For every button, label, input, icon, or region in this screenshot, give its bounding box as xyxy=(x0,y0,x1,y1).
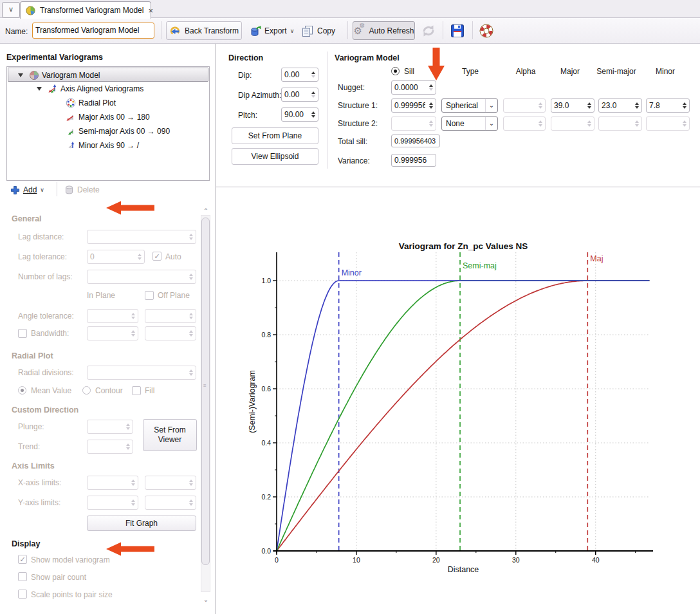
experimental-variograms-header: Experimental Variograms xyxy=(6,53,103,62)
structure2-major-input[interactable] xyxy=(551,116,594,131)
dip-azimuth-input[interactable] xyxy=(281,88,318,102)
structure1-type-value: Spherical xyxy=(446,101,478,110)
structure1-sill-input[interactable] xyxy=(391,98,436,113)
tree-item-major-axis[interactable]: Major Axis 00 → 180 xyxy=(8,110,208,124)
contour-radio[interactable] xyxy=(82,386,91,395)
radial-divisions-input[interactable] xyxy=(87,366,196,380)
plunge-input[interactable] xyxy=(87,420,133,434)
structure1-major-value[interactable] xyxy=(554,100,584,111)
plunge-label: Plunge: xyxy=(18,422,44,431)
svg-text:0: 0 xyxy=(275,556,279,564)
add-button[interactable]: Add ∨ xyxy=(10,183,44,196)
sill-radio[interactable] xyxy=(391,67,400,75)
bandwidth-off-plane-input[interactable] xyxy=(145,326,196,340)
variogram-tab-icon xyxy=(26,6,35,15)
view-ellipsoid-button[interactable]: View Ellipsoid xyxy=(232,148,318,165)
nugget-input[interactable] xyxy=(391,80,436,95)
tree-item-semi-major-axis[interactable]: Semi-major Axis 00 → 090 xyxy=(8,124,208,138)
refresh-icon[interactable] xyxy=(421,23,436,39)
structure2-minor-input[interactable] xyxy=(646,116,690,131)
x-axis-min-input[interactable] xyxy=(87,476,138,490)
variogram-model-icon xyxy=(29,70,39,80)
tree-item-radial-plot[interactable]: Radial Plot xyxy=(8,96,208,110)
structure1-semi-major-value[interactable] xyxy=(602,100,631,111)
set-from-viewer-button[interactable]: Set From Viewer xyxy=(143,419,197,451)
structure2-type-value: None xyxy=(446,119,465,128)
scrollbar-up-icon[interactable]: ⌃ xyxy=(201,207,210,214)
nugget-value[interactable] xyxy=(394,82,425,93)
fit-graph-button[interactable]: Fit Graph xyxy=(87,516,196,531)
structure2-type-dropdown[interactable]: None⌄ xyxy=(441,116,498,131)
show-pair-count-checkbox[interactable] xyxy=(18,572,27,581)
expander-icon[interactable] xyxy=(18,73,23,77)
structure1-semi-major-input[interactable] xyxy=(598,98,642,113)
structure1-alpha-input[interactable] xyxy=(503,98,546,113)
y-axis-max-input[interactable] xyxy=(145,496,196,510)
structure1-label: Structure 1: xyxy=(338,101,378,110)
tab-transformed-variogram-model[interactable]: Transformed Variogram Model × xyxy=(20,1,151,19)
bandwidth-in-plane-input[interactable] xyxy=(87,326,138,340)
fill-label: Fill xyxy=(145,386,154,395)
export-button[interactable]: Export ∨ xyxy=(250,23,294,39)
direction-section-divider xyxy=(327,51,327,169)
off-plane-checkbox[interactable] xyxy=(145,291,154,300)
auto-checkbox[interactable]: ✓ xyxy=(152,252,161,261)
structure1-minor-input[interactable] xyxy=(646,98,690,113)
copy-button[interactable]: Copy xyxy=(301,23,335,39)
angle-tolerance-off-plane-input[interactable] xyxy=(145,309,196,323)
structure2-sill-input[interactable] xyxy=(391,116,436,131)
structure2-semi-major-input[interactable] xyxy=(598,116,642,131)
bandwidth-checkbox[interactable] xyxy=(18,329,27,338)
svg-text:Semi-maj: Semi-maj xyxy=(463,261,497,270)
scrollbar-down-icon[interactable]: ⌄ xyxy=(201,596,210,603)
axis-limits-section-header: Axis Limits xyxy=(12,461,55,470)
show-model-variogram-label: Show model variogram xyxy=(31,555,110,564)
pitch-value[interactable] xyxy=(284,109,308,120)
lag-distance-input[interactable] xyxy=(87,230,196,244)
expander-icon[interactable] xyxy=(37,87,42,91)
tree-item-label: Major Axis 00 → 180 xyxy=(78,113,150,122)
structure1-type-dropdown[interactable]: Spherical⌄ xyxy=(441,98,498,113)
svg-text:20: 20 xyxy=(432,556,440,564)
name-input[interactable] xyxy=(35,24,151,36)
help-lifering-icon[interactable] xyxy=(479,23,494,39)
lag-tolerance-input[interactable] xyxy=(87,250,145,264)
trend-input[interactable] xyxy=(87,440,133,454)
dip-azimuth-value[interactable] xyxy=(284,89,308,100)
structure1-major-input[interactable] xyxy=(551,98,594,113)
structure2-alpha-input[interactable] xyxy=(503,116,546,131)
structure1-sill-value[interactable] xyxy=(394,100,425,111)
scrollbar-thumb[interactable] xyxy=(201,218,210,565)
radial-plot-icon xyxy=(66,98,76,108)
back-transform-button[interactable]: Back Transform xyxy=(166,21,242,40)
mean-value-radio[interactable] xyxy=(18,386,26,395)
pitch-input[interactable] xyxy=(281,107,318,122)
auto-refresh-toggle-button[interactable]: ⚙ ⚙ Auto Refresh xyxy=(353,21,415,40)
lag-tolerance-value[interactable] xyxy=(90,251,134,263)
tab-list-dropdown-button[interactable]: ∨ xyxy=(2,2,20,18)
lag-distance-label: Lag distance: xyxy=(18,232,64,241)
structure1-minor-value[interactable] xyxy=(649,100,679,111)
y-axis-min-input[interactable] xyxy=(87,496,138,510)
tree-item-axis-aligned-variograms[interactable]: Axis Aligned Variograms xyxy=(8,82,208,96)
number-of-lags-input[interactable] xyxy=(87,270,196,284)
show-model-variogram-checkbox[interactable]: ✓ xyxy=(18,555,27,564)
angle-tolerance-in-plane-input[interactable] xyxy=(87,309,138,323)
chevron-down-icon: ∨ xyxy=(40,187,44,193)
delete-button[interactable]: Delete xyxy=(64,183,100,196)
set-from-plane-button[interactable]: Set From Plane xyxy=(232,127,318,144)
chevron-down-icon: ⌄ xyxy=(485,117,497,130)
set-from-viewer-label: Set From Viewer xyxy=(149,425,190,445)
tree-item-minor-axis[interactable]: Minor Axis 90 → / xyxy=(8,138,208,153)
plus-icon xyxy=(10,185,20,195)
fill-checkbox[interactable] xyxy=(132,386,141,395)
tree-item-variogram-model[interactable]: Variogram Model xyxy=(8,68,208,82)
x-axis-max-input[interactable] xyxy=(145,476,196,490)
dip-value[interactable] xyxy=(284,69,308,80)
svg-text:0.2: 0.2 xyxy=(261,493,271,501)
tab-close-icon[interactable]: × xyxy=(148,6,153,15)
scale-points-checkbox[interactable] xyxy=(18,590,27,599)
dip-input[interactable] xyxy=(281,68,318,82)
export-icon xyxy=(250,25,261,37)
save-icon[interactable] xyxy=(450,24,465,38)
